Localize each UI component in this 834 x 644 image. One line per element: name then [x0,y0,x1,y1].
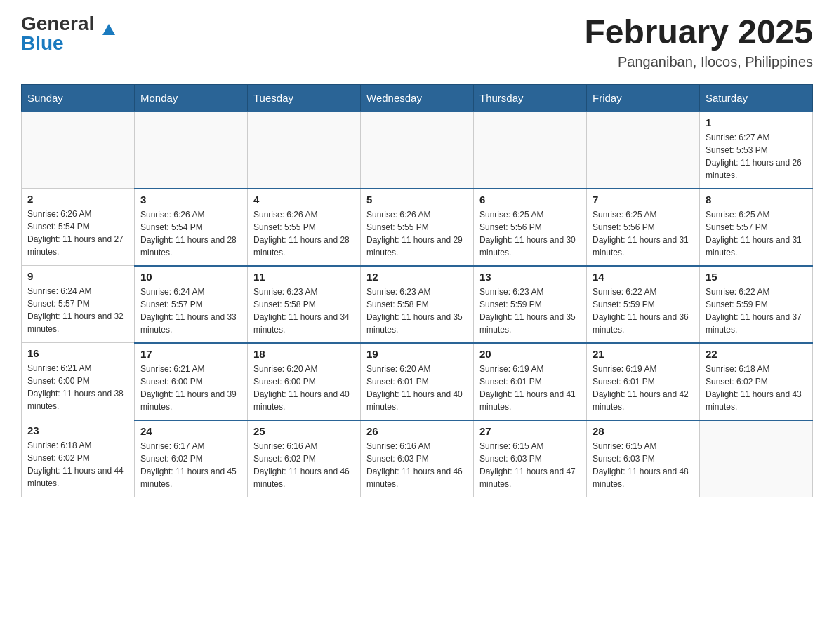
day-info: Sunrise: 6:22 AMSunset: 5:59 PMDaylight:… [706,286,807,336]
calendar-cell: 11Sunrise: 6:23 AMSunset: 5:58 PMDayligh… [248,266,361,343]
day-info: Sunrise: 6:18 AMSunset: 6:02 PMDaylight:… [27,439,128,490]
day-number: 13 [479,271,581,283]
day-number: 28 [593,425,694,437]
calendar-week-1: 1Sunrise: 6:27 AMSunset: 5:53 PMDaylight… [22,112,813,189]
logo-blue: Blue [21,34,64,53]
day-number: 2 [27,193,128,205]
month-title: February 2025 [584,14,813,51]
day-number: 8 [706,194,807,206]
day-header-friday: Friday [587,84,700,112]
day-info: Sunrise: 6:18 AMSunset: 6:02 PMDaylight:… [706,363,807,413]
day-header-saturday: Saturday [700,84,813,112]
day-number: 24 [140,425,241,437]
day-number: 18 [253,348,355,360]
calendar-cell: 6Sunrise: 6:25 AMSunset: 5:56 PMDaylight… [474,189,587,266]
calendar-cell: 9Sunrise: 6:24 AMSunset: 5:57 PMDaylight… [22,266,135,343]
page-header: General Blue February 2025 Panganiban, I… [21,14,813,70]
day-info: Sunrise: 6:15 AMSunset: 6:03 PMDaylight:… [479,440,581,490]
day-info: Sunrise: 6:25 AMSunset: 5:56 PMDaylight:… [479,208,581,259]
calendar-cell [135,112,248,189]
day-number: 9 [27,270,128,282]
day-info: Sunrise: 6:26 AMSunset: 5:54 PMDaylight:… [27,208,128,258]
svg-marker-0 [102,24,115,35]
calendar-cell [361,112,474,189]
calendar-cell: 22Sunrise: 6:18 AMSunset: 6:02 PMDayligh… [700,343,813,420]
calendar-week-5: 23Sunrise: 6:18 AMSunset: 6:02 PMDayligh… [22,420,813,497]
calendar-cell: 4Sunrise: 6:26 AMSunset: 5:55 PMDaylight… [248,189,361,266]
day-info: Sunrise: 6:25 AMSunset: 5:57 PMDaylight:… [706,208,807,259]
day-info: Sunrise: 6:24 AMSunset: 5:57 PMDaylight:… [140,286,241,336]
day-number: 25 [253,425,355,437]
days-header-row: SundayMondayTuesdayWednesdayThursdayFrid… [22,84,813,112]
calendar-week-4: 16Sunrise: 6:21 AMSunset: 6:00 PMDayligh… [22,343,813,420]
calendar-cell [587,112,700,189]
calendar-cell: 28Sunrise: 6:15 AMSunset: 6:03 PMDayligh… [587,420,700,497]
calendar-cell: 5Sunrise: 6:26 AMSunset: 5:55 PMDaylight… [361,189,474,266]
day-number: 11 [253,271,355,283]
day-number: 4 [253,194,355,206]
calendar-cell: 17Sunrise: 6:21 AMSunset: 6:00 PMDayligh… [135,343,248,420]
calendar-cell: 23Sunrise: 6:18 AMSunset: 6:02 PMDayligh… [22,420,135,497]
calendar-cell: 21Sunrise: 6:19 AMSunset: 6:01 PMDayligh… [587,343,700,420]
day-info: Sunrise: 6:16 AMSunset: 6:02 PMDaylight:… [253,440,355,490]
logo-general: General [21,14,94,34]
day-number: 6 [479,194,581,206]
calendar-cell: 26Sunrise: 6:16 AMSunset: 6:03 PMDayligh… [361,420,474,497]
day-info: Sunrise: 6:16 AMSunset: 6:03 PMDaylight:… [366,440,468,490]
calendar-cell: 3Sunrise: 6:26 AMSunset: 5:54 PMDaylight… [135,189,248,266]
calendar-cell: 20Sunrise: 6:19 AMSunset: 6:01 PMDayligh… [474,343,587,420]
day-info: Sunrise: 6:23 AMSunset: 5:58 PMDaylight:… [253,286,355,336]
day-number: 3 [140,194,241,206]
day-number: 7 [593,194,694,206]
day-info: Sunrise: 6:19 AMSunset: 6:01 PMDaylight:… [593,363,694,413]
calendar-cell: 19Sunrise: 6:20 AMSunset: 6:01 PMDayligh… [361,343,474,420]
calendar-cell: 10Sunrise: 6:24 AMSunset: 5:57 PMDayligh… [135,266,248,343]
day-info: Sunrise: 6:26 AMSunset: 5:55 PMDaylight:… [366,208,468,259]
day-number: 5 [366,194,468,206]
day-info: Sunrise: 6:20 AMSunset: 6:00 PMDaylight:… [253,363,355,413]
day-number: 26 [366,425,468,437]
day-info: Sunrise: 6:21 AMSunset: 6:00 PMDaylight:… [140,363,241,413]
calendar-cell: 2Sunrise: 6:26 AMSunset: 5:54 PMDaylight… [22,189,135,266]
calendar-header: SundayMondayTuesdayWednesdayThursdayFrid… [22,84,813,112]
title-block: February 2025 Panganiban, Ilocos, Philip… [584,14,813,70]
day-number: 27 [479,425,581,437]
day-number: 16 [27,347,128,359]
day-number: 1 [706,116,807,128]
calendar-cell: 13Sunrise: 6:23 AMSunset: 5:59 PMDayligh… [474,266,587,343]
day-number: 10 [140,271,241,283]
day-info: Sunrise: 6:26 AMSunset: 5:55 PMDaylight:… [253,208,355,259]
calendar-table: SundayMondayTuesdayWednesdayThursdayFrid… [21,84,813,498]
day-header-tuesday: Tuesday [248,84,361,112]
day-info: Sunrise: 6:21 AMSunset: 6:00 PMDaylight:… [27,362,128,412]
day-number: 22 [706,348,807,360]
location: Panganiban, Ilocos, Philippines [584,54,813,70]
calendar-cell: 25Sunrise: 6:16 AMSunset: 6:02 PMDayligh… [248,420,361,497]
calendar-cell: 12Sunrise: 6:23 AMSunset: 5:58 PMDayligh… [361,266,474,343]
day-info: Sunrise: 6:17 AMSunset: 6:02 PMDaylight:… [140,440,241,490]
calendar-cell: 16Sunrise: 6:21 AMSunset: 6:00 PMDayligh… [22,343,135,420]
calendar-cell: 14Sunrise: 6:22 AMSunset: 5:59 PMDayligh… [587,266,700,343]
calendar-cell: 15Sunrise: 6:22 AMSunset: 5:59 PMDayligh… [700,266,813,343]
calendar-week-2: 2Sunrise: 6:26 AMSunset: 5:54 PMDaylight… [22,189,813,266]
logo: General Blue [21,14,102,53]
calendar-cell: 27Sunrise: 6:15 AMSunset: 6:03 PMDayligh… [474,420,587,497]
calendar-week-3: 9Sunrise: 6:24 AMSunset: 5:57 PMDaylight… [22,266,813,343]
calendar-body: 1Sunrise: 6:27 AMSunset: 5:53 PMDaylight… [22,112,813,497]
day-info: Sunrise: 6:23 AMSunset: 5:58 PMDaylight:… [366,286,468,336]
day-header-monday: Monday [135,84,248,112]
day-info: Sunrise: 6:24 AMSunset: 5:57 PMDaylight:… [27,285,128,335]
calendar-cell [474,112,587,189]
day-info: Sunrise: 6:19 AMSunset: 6:01 PMDaylight:… [479,363,581,413]
day-number: 19 [366,348,468,360]
calendar-cell: 24Sunrise: 6:17 AMSunset: 6:02 PMDayligh… [135,420,248,497]
calendar-cell: 8Sunrise: 6:25 AMSunset: 5:57 PMDaylight… [700,189,813,266]
calendar-cell [22,112,135,189]
day-header-thursday: Thursday [474,84,587,112]
day-info: Sunrise: 6:15 AMSunset: 6:03 PMDaylight:… [593,440,694,490]
day-header-wednesday: Wednesday [361,84,474,112]
day-number: 23 [27,424,128,436]
calendar-cell [700,420,813,497]
day-info: Sunrise: 6:26 AMSunset: 5:54 PMDaylight:… [140,208,241,259]
day-info: Sunrise: 6:25 AMSunset: 5:56 PMDaylight:… [593,208,694,259]
